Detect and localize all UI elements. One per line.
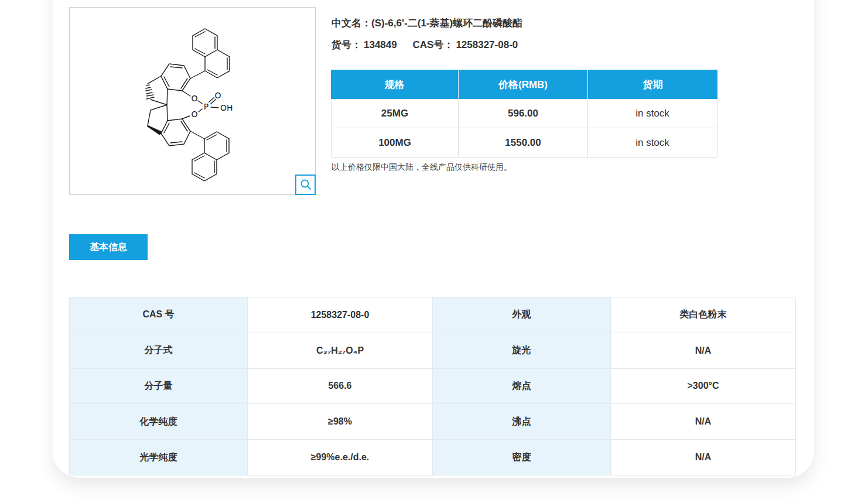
- price-cell: 596.00: [459, 99, 588, 128]
- info-label-cell: 熔点: [433, 369, 611, 405]
- header-availability: 货期: [588, 70, 717, 99]
- product-subtitle: 货号：134849 CAS号：1258327-08-0: [332, 38, 518, 52]
- atom-label: P: [204, 102, 209, 111]
- molecule-structure: O P O O OH: [70, 8, 315, 194]
- spec-cell: 25MG: [332, 99, 459, 128]
- info-value-cell: 1258327-08-0: [248, 297, 433, 333]
- info-label-cell: 化学纯度: [70, 404, 248, 440]
- magnify-button[interactable]: [295, 174, 316, 195]
- info-label-cell: CAS 号: [70, 297, 248, 333]
- magnifier-icon: [299, 179, 312, 191]
- price-note: 以上价格仅限中国大陆，全线产品仅供科研使用。: [332, 162, 512, 173]
- product-title: 中文名：(S)-6,6'-二(1-萘基)螺环二酚磷酸酯: [332, 16, 522, 30]
- availability-cell: in stock: [588, 128, 717, 158]
- info-label-cell: 密度: [433, 440, 611, 475]
- atom-label: O: [214, 91, 221, 100]
- product-name: (S)-6,6'-二(1-萘基)螺环二酚磷酸酯: [371, 18, 522, 29]
- info-value-cell: N/A: [611, 404, 796, 440]
- basic-info-table: CAS 号 1258327-08-0 外观 类白色粉末 分子式 C₃₇H₂₇O₄…: [69, 297, 795, 475]
- product-page: O P O O OH 中文名：(S)-6,6'-二(1-萘基)螺环二酚磷酸酯 货…: [0, 0, 868, 503]
- tab-basic-info[interactable]: 基本信息: [69, 234, 148, 260]
- info-value-cell: N/A: [611, 333, 796, 369]
- product-name-label: 中文名：: [332, 18, 371, 29]
- price-table: 规格 价格(RMB) 货期 25MG 596.00 in stock 100MG…: [331, 70, 717, 158]
- atom-label: O: [191, 110, 197, 119]
- table-row: 25MG 596.00 in stock: [332, 99, 717, 128]
- atom-label: O: [191, 94, 197, 103]
- cas-number: 1258327-08-0: [456, 39, 518, 50]
- info-value-cell: 566.6: [248, 369, 433, 405]
- info-value-cell: N/A: [611, 440, 796, 475]
- info-value-cell: ≥98%: [248, 404, 433, 440]
- cas-label: CAS号：: [412, 39, 453, 50]
- atom-label: OH: [220, 103, 233, 112]
- header-spec: 规格: [331, 70, 459, 99]
- spec-cell: 100MG: [332, 128, 459, 158]
- info-label-cell: 外观: [433, 297, 611, 333]
- info-value-cell: 类白色粉末: [611, 297, 796, 333]
- header-price: 价格(RMB): [459, 70, 588, 99]
- table-row: 100MG 1550.00 in stock: [332, 128, 717, 158]
- info-value-cell: C₃₇H₂₇O₄P: [248, 333, 433, 369]
- availability-cell: in stock: [588, 99, 717, 128]
- catalog-number: 134849: [364, 39, 397, 50]
- info-label-cell: 光学纯度: [70, 440, 248, 475]
- info-label-cell: 沸点: [433, 404, 611, 440]
- price-table-body: 25MG 596.00 in stock 100MG 1550.00 in st…: [331, 99, 717, 158]
- info-label-cell: 旋光: [433, 333, 611, 369]
- info-value-cell: >300°C: [611, 369, 796, 405]
- info-label-cell: 分子式: [70, 333, 248, 369]
- price-table-header: 规格 价格(RMB) 货期: [331, 70, 717, 99]
- structure-image-box: O P O O OH: [69, 7, 316, 195]
- price-cell: 1550.00: [459, 128, 588, 158]
- info-value-cell: ≥99%e.e./d.e.: [248, 440, 433, 475]
- catalog-label: 货号：: [332, 39, 361, 50]
- info-label-cell: 分子量: [70, 369, 248, 405]
